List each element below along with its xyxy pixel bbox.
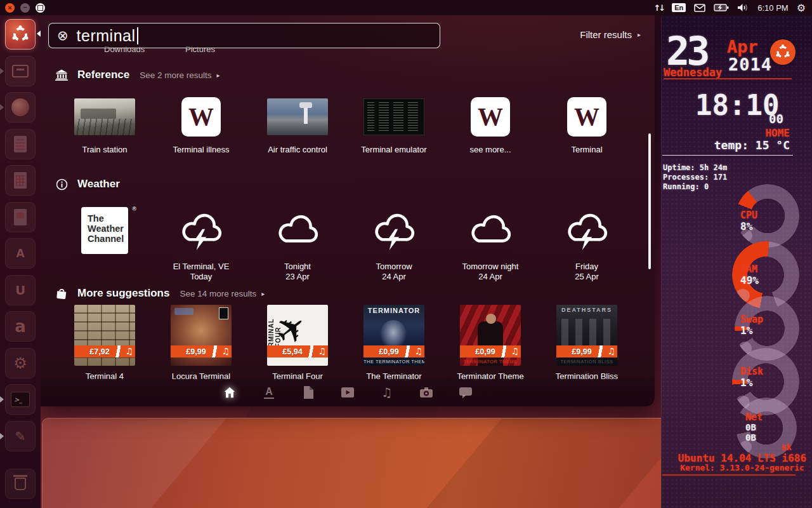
weather-item[interactable]: Tomorrow night24 Apr bbox=[442, 203, 539, 286]
result-item[interactable]: Air traffic control bbox=[249, 95, 346, 154]
launcher-item-amazon[interactable] bbox=[5, 311, 36, 342]
top-panel: En 6:10 PM bbox=[0, 0, 812, 15]
section-header-reference: Reference See 2 more results bbox=[55, 69, 220, 81]
thumbnail-train-station bbox=[74, 98, 135, 135]
focused-arrow-icon bbox=[37, 30, 41, 37]
username: sk bbox=[781, 442, 792, 452]
see-more-link[interactable]: See 2 more results bbox=[140, 70, 219, 80]
launcher-item-terminal[interactable] bbox=[5, 384, 36, 415]
storm-cloud-icon bbox=[346, 203, 442, 253]
processes: Processes: 171 bbox=[663, 173, 727, 182]
item-label: Air traffic control bbox=[249, 145, 346, 154]
mail-icon[interactable] bbox=[694, 4, 705, 12]
storm-cloud-icon bbox=[539, 203, 635, 253]
kernel-version: Kernel: 3.13.0-24-generic bbox=[661, 463, 812, 472]
running-arrow-icon bbox=[0, 68, 4, 74]
see-more-link[interactable]: See 14 more results bbox=[180, 289, 265, 298]
result-item[interactable]: W Terminal bbox=[539, 95, 635, 154]
launcher-item-firefox[interactable] bbox=[5, 92, 36, 123]
uptime: Uptime: 5h 24m bbox=[663, 163, 727, 173]
item-label: Terminal bbox=[539, 145, 635, 154]
running: Running: 0 bbox=[663, 182, 727, 192]
cloud-icon bbox=[249, 203, 346, 253]
net-up-value: 0B bbox=[745, 422, 756, 432]
launcher-item-ubuntu-one[interactable] bbox=[5, 275, 36, 305]
music-note-icon bbox=[511, 346, 519, 356]
running-arrow-icon bbox=[0, 433, 4, 439]
ram-value: 49% bbox=[740, 274, 759, 286]
info-icon bbox=[55, 178, 69, 190]
launcher-item-settings[interactable] bbox=[5, 348, 36, 378]
session-gear-icon[interactable] bbox=[797, 2, 806, 14]
launcher-item-writer[interactable] bbox=[5, 129, 36, 159]
result-item[interactable]: W Terminal illness bbox=[153, 95, 249, 154]
ram-label: RAM bbox=[740, 264, 757, 275]
suggestion-item[interactable]: DEATHSTARS £9,99 TERMINATION BLISS Termi… bbox=[539, 305, 635, 381]
minimize-button[interactable] bbox=[20, 3, 30, 13]
launcher bbox=[0, 15, 41, 508]
album-art: £7,92 bbox=[74, 305, 135, 366]
suggestion-item[interactable]: £9,99 Locura Terminal bbox=[153, 305, 249, 381]
item-label: Terminal emulator bbox=[346, 145, 442, 154]
chevron-right-icon bbox=[217, 72, 220, 79]
lens-videos-icon[interactable] bbox=[340, 385, 355, 400]
album-art: DEATHSTARS £9,99 TERMINATION BLISS bbox=[556, 305, 617, 366]
lens-files-icon[interactable] bbox=[301, 385, 316, 400]
dash-scrollbar[interactable] bbox=[648, 133, 651, 269]
indicator-area: En 6:10 PM bbox=[653, 2, 812, 14]
album-art: £0,99 TERMINATOR THEME bbox=[460, 305, 521, 366]
lens-music-icon[interactable] bbox=[379, 385, 395, 400]
date-day: 23 bbox=[666, 32, 707, 71]
weather-label: Tomorrow night24 Apr bbox=[442, 262, 539, 282]
suggestion-item[interactable]: TERMINATOR £0,99 THE TERMINATOR THEME Th… bbox=[346, 305, 442, 381]
wikipedia-icon: W bbox=[567, 97, 606, 137]
launcher-item-impress[interactable] bbox=[5, 202, 36, 232]
result-item[interactable]: Terminal emulator bbox=[346, 95, 442, 154]
weather-item[interactable]: Tomorrow24 Apr bbox=[346, 203, 442, 286]
lens-applications-icon[interactable] bbox=[261, 385, 277, 400]
divider bbox=[664, 78, 792, 79]
thumbnail-terminal-screenshot bbox=[363, 98, 424, 135]
launcher-item-gedit[interactable] bbox=[5, 421, 36, 451]
text-caret bbox=[137, 27, 138, 44]
volume-icon[interactable] bbox=[737, 3, 749, 12]
album-art: £9,99 bbox=[171, 305, 232, 366]
keyboard-indicator[interactable]: En bbox=[672, 3, 686, 12]
lens-home-icon[interactable] bbox=[222, 385, 237, 400]
section-header-suggestions: More suggestions See 14 more results bbox=[55, 287, 265, 300]
maximize-button[interactable] bbox=[36, 3, 45, 13]
lens-social-icon[interactable] bbox=[458, 385, 473, 400]
item-label: Terminal illness bbox=[153, 145, 249, 154]
running-arrow-icon bbox=[0, 396, 4, 403]
lens-photos-icon[interactable] bbox=[419, 385, 434, 400]
clear-search-icon[interactable] bbox=[57, 28, 69, 43]
suggestion-item[interactable]: TERMINAL FOUR £5,94 Terminal Four bbox=[249, 305, 346, 381]
weather-item[interactable]: The Weather Channel ® bbox=[56, 203, 153, 286]
weather-item[interactable]: Friday25 Apr bbox=[539, 203, 635, 286]
weather-label: Friday25 Apr bbox=[539, 262, 635, 282]
disk-label: Disk bbox=[740, 366, 763, 377]
suggestion-item[interactable]: £7,92 Terminal 4 bbox=[56, 305, 153, 381]
launcher-item-software-center[interactable] bbox=[5, 238, 36, 269]
filter-results-button[interactable]: Filter results bbox=[580, 29, 641, 40]
network-indicator-icon[interactable] bbox=[653, 3, 664, 13]
conky-widget: 23 Apr 2014 Wednesday 18:10 00 HOME temp… bbox=[661, 15, 812, 508]
launcher-item-files[interactable] bbox=[5, 56, 36, 86]
result-item[interactable]: W see more... bbox=[442, 95, 539, 154]
battery-icon[interactable] bbox=[714, 4, 729, 11]
launcher-item-dash-home[interactable] bbox=[5, 19, 36, 50]
result-item[interactable]: Train station bbox=[56, 95, 153, 154]
registered-mark: ® bbox=[132, 206, 136, 213]
launcher-item-calc[interactable] bbox=[5, 165, 36, 196]
suggestion-item[interactable]: £0,99 TERMINATOR THEME Terminator Theme bbox=[442, 305, 539, 381]
divider bbox=[662, 155, 793, 156]
launcher-item-trash[interactable] bbox=[5, 469, 36, 499]
wikipedia-icon: W bbox=[471, 97, 510, 137]
weather-item[interactable]: Tonight23 Apr bbox=[249, 203, 346, 286]
search-input[interactable]: terminal bbox=[48, 23, 440, 48]
weather-item[interactable]: El Terminal, VEToday bbox=[153, 203, 249, 286]
price-ribbon: £9,99 bbox=[556, 345, 617, 358]
clock[interactable]: 6:10 PM bbox=[757, 3, 788, 13]
close-button[interactable] bbox=[5, 3, 15, 13]
section-title: Weather bbox=[77, 178, 120, 190]
